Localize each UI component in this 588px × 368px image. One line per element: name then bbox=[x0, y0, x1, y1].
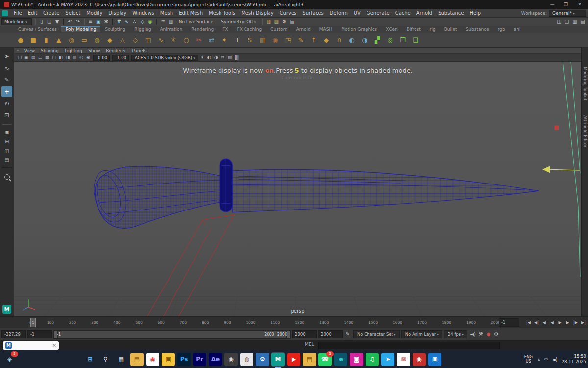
current-frame-marker[interactable]: 1 bbox=[30, 318, 36, 327]
poly-gear-icon[interactable]: ✳ bbox=[168, 34, 179, 46]
lasso-select-tool[interactable]: ∿ bbox=[1, 63, 12, 73]
panel-grip-icon[interactable]: ≡ bbox=[16, 48, 20, 53]
outliner-pane-layout-button[interactable]: ▤ bbox=[1, 156, 12, 164]
select-hierarchy-icon[interactable]: ≡ bbox=[87, 18, 95, 25]
motion-blur-icon[interactable]: ≋ bbox=[220, 54, 226, 61]
menu-item[interactable]: Windows bbox=[129, 10, 157, 16]
poly-cube-icon[interactable]: ■ bbox=[27, 34, 39, 46]
menu-item[interactable]: Display bbox=[105, 10, 129, 16]
poly-pipe-icon[interactable]: ◫ bbox=[142, 34, 154, 46]
instagram-icon[interactable]: ◙ bbox=[350, 353, 363, 366]
shelf-tab-substance[interactable]: Substance bbox=[462, 26, 493, 32]
menu-item[interactable]: Mesh Tools bbox=[206, 10, 238, 16]
shelf-tab-bifrost[interactable]: Bifrost bbox=[402, 26, 425, 32]
volume-icon[interactable]: ◄) bbox=[552, 357, 558, 362]
create-polygon-icon[interactable]: ✦ bbox=[219, 34, 230, 46]
boolean-union-icon[interactable]: ◐ bbox=[346, 34, 358, 46]
poly-soccer-ball-icon[interactable]: ○ bbox=[180, 34, 192, 46]
display-layers-icon[interactable]: ▤ bbox=[288, 18, 296, 25]
poly-sphere-icon[interactable]: ● bbox=[15, 34, 26, 46]
anti-aliasing-icon[interactable]: ▨ bbox=[226, 54, 233, 61]
clock[interactable]: 15:50 28-11-2025 bbox=[562, 354, 586, 364]
light-locator[interactable] bbox=[554, 126, 559, 130]
symmetry-selector[interactable]: Symmetry: Off bbox=[221, 19, 256, 24]
poly-platonic-icon[interactable]: ◆ bbox=[104, 34, 116, 46]
snap-grid-icon[interactable]: # bbox=[115, 18, 123, 25]
redo-icon[interactable]: ↷ bbox=[74, 18, 82, 25]
snap-point-icon[interactable]: ∴ bbox=[131, 18, 139, 25]
maximize-button[interactable]: ❐ bbox=[560, 0, 572, 8]
menu-item[interactable]: Create bbox=[40, 10, 62, 16]
panel-menu-item[interactable]: Panels bbox=[129, 48, 149, 53]
settings-app-icon[interactable]: ⚙ bbox=[256, 353, 269, 366]
gamma-field[interactable]: 1.00 bbox=[112, 55, 129, 61]
media-app-icon[interactable]: ◍ bbox=[240, 353, 253, 366]
animation-end-field[interactable]: 2000 bbox=[318, 330, 343, 338]
scale-tool[interactable]: ⊡ bbox=[1, 110, 12, 120]
render-settings-icon[interactable]: ⚙ bbox=[280, 18, 288, 25]
time-slider[interactable]: 0100200300400500600700800900100011001200… bbox=[0, 316, 588, 328]
render-icon[interactable]: ▧ bbox=[265, 18, 272, 25]
bridge-icon[interactable]: ∩ bbox=[333, 34, 345, 46]
range-track[interactable]: -1 2000 2000 bbox=[53, 330, 291, 339]
move-tool[interactable]: + bbox=[1, 86, 12, 97]
shelf-tab-custom[interactable]: Custom bbox=[266, 26, 292, 32]
step-back-frame-button[interactable]: ◀ bbox=[540, 318, 548, 327]
toggle-attribute-editor-icon[interactable]: ▤ bbox=[579, 18, 587, 25]
lighting-icon[interactable]: ☀ bbox=[199, 54, 206, 61]
play-backwards-button[interactable]: ◀ bbox=[548, 318, 556, 327]
chrome-icon[interactable]: ◉ bbox=[146, 353, 159, 366]
menu-item[interactable]: Select bbox=[62, 10, 83, 16]
shelf-tab-rig[interactable]: rig bbox=[425, 26, 440, 32]
menu-item[interactable]: Edit bbox=[25, 10, 40, 16]
select-component-icon[interactable]: ✱ bbox=[102, 18, 110, 25]
shelf-tab-bullet[interactable]: Bullet bbox=[440, 26, 462, 32]
shelf-tab-mash[interactable]: MASH bbox=[315, 26, 337, 32]
mel-label[interactable]: MEL bbox=[305, 342, 314, 347]
target-weld-icon[interactable]: ◎ bbox=[384, 34, 396, 46]
youtube-icon[interactable]: ▶ bbox=[287, 353, 300, 366]
xray-icon[interactable]: ▒ bbox=[233, 54, 240, 61]
save-scene-icon[interactable]: ▼ bbox=[53, 18, 61, 25]
object-mode-icon[interactable]: ❒ bbox=[397, 34, 409, 46]
poly-plane-icon[interactable]: ▭ bbox=[78, 34, 90, 46]
safe-title-icon[interactable]: ◉ bbox=[85, 54, 92, 61]
panel-menu-item[interactable]: Lighting bbox=[62, 48, 85, 53]
shelf-tab-fx[interactable]: FX bbox=[218, 26, 232, 32]
camera-app-icon[interactable]: ◉ bbox=[224, 353, 238, 366]
photos-app-icon[interactable]: ▣ bbox=[428, 353, 441, 366]
view-grid-icon[interactable]: ▦ bbox=[44, 54, 50, 61]
tray-pinned-app-icon[interactable]: ◈5 bbox=[3, 353, 16, 366]
exposure-field[interactable]: 0.00 bbox=[93, 55, 110, 61]
panel-menu-item[interactable]: View bbox=[22, 48, 38, 53]
menu-item[interactable]: Surfaces bbox=[299, 10, 326, 16]
poly-disc-icon[interactable]: ◍ bbox=[91, 34, 103, 46]
poly-prism-icon[interactable]: ◇ bbox=[129, 34, 141, 46]
paint-tool-icon[interactable]: ✎ bbox=[295, 34, 307, 46]
floating-window-chip[interactable]: M ✕ bbox=[3, 341, 59, 350]
tab-modeling-toolkit[interactable]: Modeling Toolkit bbox=[583, 67, 588, 101]
menu-item[interactable]: Curves bbox=[277, 10, 300, 16]
quad-draw-icon[interactable]: ▞ bbox=[371, 34, 383, 46]
field-chart-icon[interactable]: ▥ bbox=[71, 54, 78, 61]
command-line-input[interactable] bbox=[318, 342, 500, 349]
panel-menu-item[interactable]: Renderer bbox=[103, 48, 129, 53]
whatsapp-icon[interactable]: ☎3 bbox=[318, 353, 332, 366]
poly-cone-icon[interactable]: ▲ bbox=[53, 34, 65, 46]
edge-icon[interactable]: e bbox=[334, 353, 347, 366]
animation-start-field[interactable]: -1 bbox=[27, 330, 52, 338]
menu-item[interactable]: Cache bbox=[392, 10, 414, 16]
menu-item[interactable]: File bbox=[11, 10, 25, 16]
shadows-icon[interactable]: ◐ bbox=[206, 54, 213, 61]
menu-item[interactable]: Edit Mesh bbox=[176, 10, 206, 16]
film-gate-icon[interactable]: ◻ bbox=[50, 54, 57, 61]
notes-app-icon[interactable]: ▣ bbox=[162, 353, 175, 366]
camera-attributes-icon[interactable]: ▣ bbox=[23, 54, 30, 61]
select-tool[interactable]: ➤ bbox=[1, 51, 12, 61]
shelf-tab-motion-graphics[interactable]: Motion Graphics bbox=[337, 26, 381, 32]
mute-audio-icon[interactable]: ◄) bbox=[469, 331, 477, 338]
set-key-icon[interactable]: ✎ bbox=[344, 331, 352, 338]
single-pane-layout-button[interactable]: ▣ bbox=[1, 128, 12, 136]
menu-item[interactable]: Generate bbox=[364, 10, 392, 16]
chip-close-icon[interactable]: ✕ bbox=[52, 343, 56, 348]
